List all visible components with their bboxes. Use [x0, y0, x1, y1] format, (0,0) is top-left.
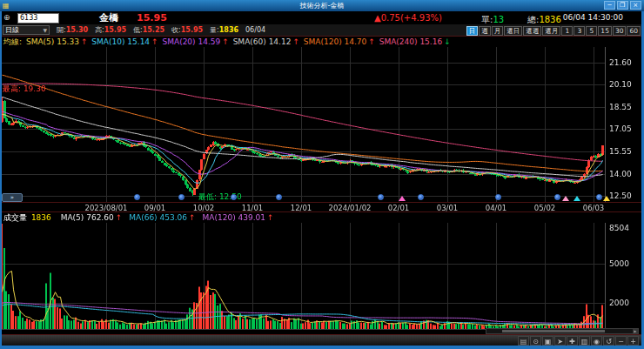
period-button-3[interactable]: 3	[574, 26, 585, 36]
app-window: ▦ 技術分析-金橋 ─ ❐ × ⊕ 金橋 15.95 ▲0.75(+4.93%)…	[0, 0, 644, 349]
ohlc-field: 低:15.25	[133, 25, 164, 35]
up-arrow-icon: ↑	[189, 213, 196, 222]
volume-axis-label: 5000	[609, 260, 629, 268]
sma-label: SMA(5) 15.33	[26, 37, 79, 46]
event-marker-icon[interactable]	[418, 194, 424, 200]
period-buttons: 日週月還日還週還月135153060	[466, 26, 641, 36]
up-arrow-icon: ↑	[116, 213, 123, 222]
event-marker-icon[interactable]	[495, 194, 501, 200]
expand-markers-button[interactable]: »	[2, 193, 23, 202]
event-marker-icon[interactable]	[378, 194, 384, 200]
period-select-value: 日線	[5, 25, 19, 35]
ohlc-field-value: 15.30	[66, 26, 88, 34]
symbol-target-icon[interactable]: ⊕	[3, 11, 10, 24]
date-axis: 2023/08/0109/0110/0211/0112/012024/01/02…	[0, 202, 644, 212]
close-button[interactable]: ×	[630, 1, 641, 10]
layout-icon[interactable]: ▤	[518, 336, 529, 346]
zoom-out-icon[interactable]: −	[615, 336, 627, 346]
period-button-還日[interactable]: 還日	[504, 26, 522, 36]
screen-icon[interactable]: ▣	[542, 336, 553, 346]
quote-bar: ⊕ 金橋 15.95 ▲0.75(+4.93%) 單:13 總:1836 06/…	[0, 11, 644, 24]
signal-triangle-icon	[399, 196, 406, 201]
period-button-30[interactable]: 30	[613, 26, 627, 36]
last-price: 15.95	[137, 11, 167, 24]
ohlc-field: 收:15.95	[171, 25, 203, 35]
price-axis-label: 18.55	[609, 104, 632, 111]
undo-icon[interactable]: ↺	[603, 336, 614, 346]
period-button-月[interactable]: 月	[492, 26, 504, 36]
up-arrow-icon: ↑	[151, 37, 160, 46]
event-marker-icon[interactable]	[231, 194, 237, 200]
vol-ma-label: MA(120) 439.01	[203, 213, 265, 222]
sma-label: SMA(60) 14.12	[233, 37, 292, 46]
period-button-60[interactable]: 60	[627, 26, 641, 36]
high-price-annotation: 最高: 19.30	[3, 84, 46, 95]
ohlc-field-label: 收:	[171, 26, 181, 34]
volume-chart-pane[interactable]: 850450002000	[0, 223, 644, 334]
up-arrow-icon: ↑	[292, 37, 301, 46]
stock-name: 金橋	[99, 11, 118, 24]
stock-code-input[interactable]	[17, 13, 59, 23]
event-marker-icon[interactable]	[134, 194, 140, 200]
event-marker-icon[interactable]	[276, 194, 282, 200]
indicator-icon[interactable]: ◉	[591, 336, 602, 346]
price-axis-label: 17.05	[609, 125, 632, 133]
sma-label: SMA(10) 15.14	[91, 37, 150, 46]
vol-ma-label: MA(5) 762.60	[61, 213, 114, 222]
period-button-5[interactable]: 5	[586, 26, 597, 36]
zoom-in-icon[interactable]: +	[627, 336, 639, 346]
ohlc-field-value: 1836	[219, 26, 238, 34]
up-arrow-icon: ↑	[368, 37, 377, 46]
up-arrow-icon: ↑	[267, 213, 274, 222]
down-arrow-icon: ↓	[444, 37, 451, 46]
scrollbar-right-arrow[interactable]: ▶	[633, 329, 638, 333]
price-axis-label: 20.10	[609, 81, 632, 89]
horizontal-scrollbar[interactable]: ▶	[486, 328, 639, 334]
scrollbar-thumb[interactable]	[502, 330, 605, 332]
ohlc-field-label: 量:	[210, 26, 219, 34]
maximize-button[interactable]: ❐	[617, 1, 628, 10]
volume-value: 1836	[31, 213, 51, 222]
price-axis-label: 14.00	[609, 171, 632, 178]
ohlc-field-label: 高:	[95, 26, 104, 34]
vol-ma-label: MA(66) 453.06	[129, 213, 187, 222]
volume-header: 成交量 1836 MA(5) 762.60↑MA(66) 453.06↑MA(1…	[0, 212, 644, 223]
ohlc-readout: 開:15.30高:15.95低:15.25收:15.95量:183606/04	[57, 25, 265, 35]
event-marker-icon[interactable]	[554, 194, 560, 200]
period-button-還週[interactable]: 還週	[523, 26, 541, 36]
period-button-15[interactable]: 15	[598, 26, 612, 36]
zoom-icon[interactable]: ⊙	[530, 336, 541, 346]
grid-icon[interactable]: ▥	[579, 336, 590, 346]
status-bar: ▤⊙▣➤✚▥◉↺−+	[0, 334, 644, 346]
candlestick-chart[interactable]	[0, 47, 644, 202]
period-button-週[interactable]: 週	[479, 26, 491, 36]
sma-header: 均線: SMA(5) 15.33↑ SMA(10) 15.14↑ SMA(20)…	[0, 37, 644, 47]
ohlc-field-value: 15.25	[143, 26, 164, 34]
ohlc-field: 開:15.30	[57, 25, 88, 35]
period-button-日[interactable]: 日	[466, 26, 479, 36]
price-axis-label: 21.60	[609, 59, 632, 67]
volume-axis-label: 2000	[609, 299, 629, 307]
event-marker-icon[interactable]	[596, 194, 602, 200]
volume-label: 成交量	[3, 213, 27, 222]
chevron-down-icon: ▼	[43, 27, 47, 33]
ohlc-field-value: 15.95	[104, 26, 126, 34]
pointer-icon[interactable]: ➤	[554, 336, 566, 346]
date-axis-label: 06/03	[559, 204, 628, 212]
period-button-還月[interactable]: 還月	[542, 26, 560, 36]
ohlc-field: 量:1836	[210, 25, 238, 35]
signal-triangle-icon	[574, 196, 580, 201]
minimize-button[interactable]: ─	[604, 1, 615, 10]
period-select[interactable]: 日線 ▼	[3, 25, 50, 35]
price-chart-pane[interactable]: 最高: 19.30 最低: 12.50 21.6020.1018.5517.05…	[0, 47, 644, 202]
period-button-1[interactable]: 1	[561, 26, 573, 36]
event-marker-icon[interactable]	[178, 194, 184, 200]
quote-datetime: 06/04 14:30:00	[563, 11, 623, 24]
ohlc-field-label: 開:	[57, 26, 66, 34]
window-left-border	[0, 11, 2, 346]
signal-triangle-icon	[562, 196, 569, 201]
chart-toolbar: 日線 ▼ 開:15.30高:15.95低:15.25收:15.95量:18360…	[0, 24, 644, 37]
volume-chart[interactable]	[0, 223, 644, 334]
ohlc-field-label: 低:	[133, 26, 143, 34]
crosshair-icon[interactable]: ✚	[567, 336, 578, 346]
